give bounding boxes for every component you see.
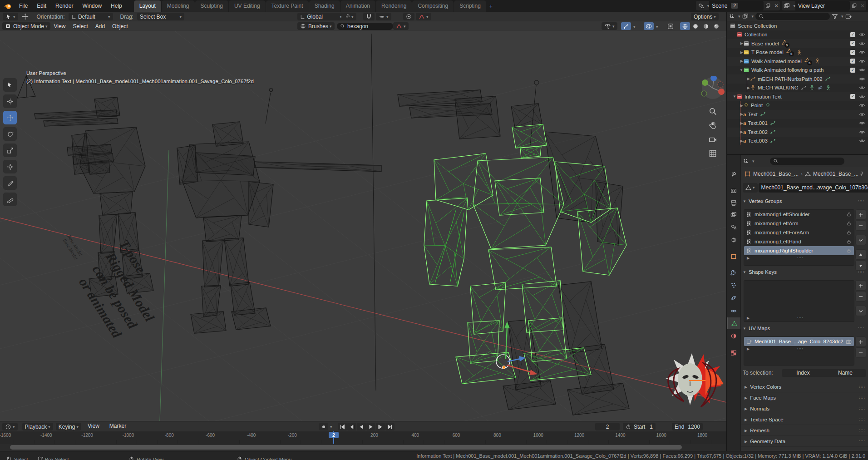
outliner-item-label[interactable]: Walk Animated following a path bbox=[751, 67, 824, 73]
measure-tool-button[interactable] bbox=[3, 193, 17, 206]
lock-open-icon[interactable] bbox=[846, 239, 852, 244]
scene-selector[interactable]: ▾ Scene 2 ✕ bbox=[696, 1, 780, 10]
properties-tab-particles[interactable] bbox=[727, 279, 740, 291]
collection-checkbox[interactable]: ✓ bbox=[850, 68, 855, 73]
uv-map-row[interactable]: Mech001_Base_...age_Colo_8243dc2 bbox=[744, 337, 854, 346]
breadcrumb-data[interactable]: Mech001_Base_... bbox=[813, 171, 858, 177]
hide-eye-icon[interactable] bbox=[859, 102, 865, 109]
vg-move-up-button[interactable] bbox=[855, 249, 866, 260]
rotate-tool-button[interactable] bbox=[3, 127, 17, 141]
sk-add-button[interactable] bbox=[855, 280, 866, 291]
lock-open-icon[interactable] bbox=[846, 230, 852, 235]
menu-edit[interactable]: Edit bbox=[32, 0, 51, 12]
workspace-tab-animation[interactable]: Animation bbox=[340, 0, 375, 12]
lock-open-icon[interactable] bbox=[846, 212, 852, 217]
section-texture-space[interactable]: ▶Texture Space∷∷ bbox=[741, 415, 868, 425]
vertex-group-label[interactable]: mixamorig:LeftShoulder bbox=[755, 212, 844, 217]
to-selection-index-button[interactable]: Index bbox=[782, 369, 824, 377]
current-frame-field[interactable]: 2 bbox=[595, 423, 620, 430]
uv-map-label[interactable]: Mech001_Base_...age_Colo_8243dc2 bbox=[755, 339, 843, 344]
collection-checkbox[interactable]: ✓ bbox=[850, 94, 855, 99]
outliner-search-input[interactable] bbox=[755, 13, 830, 20]
overlays-dropdown[interactable]: ▾ bbox=[656, 25, 658, 29]
properties-tab-data[interactable] bbox=[727, 317, 740, 329]
properties-tab-viewlayer[interactable] bbox=[727, 209, 740, 221]
outliner-item-label[interactable]: T Pose model bbox=[751, 49, 784, 55]
hide-eye-icon[interactable] bbox=[859, 84, 865, 91]
menu-file[interactable]: File bbox=[15, 0, 32, 12]
outliner-row-text[interactable]: ▶aText bbox=[727, 110, 868, 119]
view-layer-name[interactable]: View Layer bbox=[798, 3, 825, 9]
datablock-name-field[interactable]: Mech001_Base_mod...avage_Colo_107b30d bbox=[759, 183, 868, 193]
vertex-group-row[interactable]: mixamorig:LeftShoulder bbox=[744, 210, 854, 219]
outliner-row-walk-animated-following-a-path[interactable]: ▼Walk Animated following a path✓ bbox=[727, 66, 868, 75]
outliner-item-label[interactable]: Collection bbox=[745, 32, 768, 37]
sk-remove-button[interactable] bbox=[855, 291, 866, 302]
gizmo-dropdown[interactable]: ▾ bbox=[633, 25, 636, 29]
list-filter-toggle[interactable]: ▶ bbox=[747, 316, 750, 321]
outliner-item-label[interactable]: Text.002 bbox=[748, 129, 768, 135]
outliner-display-mode-icon[interactable] bbox=[729, 13, 735, 20]
properties-tab-scene[interactable] bbox=[727, 221, 740, 233]
timeline-ruler[interactable]: 2 -1600-1400-1200-1000-800-600-400-20020… bbox=[0, 431, 726, 444]
menu-window[interactable]: Window bbox=[78, 0, 106, 12]
outliner-item-label[interactable]: Information Text bbox=[745, 94, 782, 99]
shading-wireframe-button[interactable] bbox=[680, 22, 690, 30]
vertex-group-label[interactable]: mixamorig:RightShoulder bbox=[755, 248, 844, 253]
pivot-dropdown[interactable]: ▾ bbox=[341, 13, 356, 20]
list-filter-toggle[interactable]: ▶ bbox=[747, 347, 750, 351]
move-gizmo-icon[interactable] bbox=[22, 13, 29, 20]
viewport-zoom-icon[interactable] bbox=[709, 107, 717, 115]
outliner-item-label[interactable]: MECH WALKING bbox=[758, 85, 799, 90]
view-layer-icon[interactable] bbox=[782, 3, 792, 9]
properties-tab-texture[interactable] bbox=[727, 347, 740, 359]
shape-keys-header[interactable]: ▼Shape Keys∷∷ bbox=[743, 269, 866, 278]
timeline-scroll-handle[interactable] bbox=[10, 445, 682, 450]
vertex-group-row[interactable]: mixamorig:RightShoulder bbox=[744, 246, 854, 255]
jump-to-start-button[interactable] bbox=[338, 423, 347, 430]
outliner-item-label[interactable]: Text.001 bbox=[748, 120, 768, 126]
outliner-row-text-002[interactable]: ▶aText.002 bbox=[727, 128, 868, 137]
outliner[interactable]: Scene CollectionCollection✓▶Base model6✓… bbox=[727, 21, 868, 155]
viewport-menu-view[interactable]: View bbox=[50, 23, 69, 30]
vertex-groups-list[interactable]: mixamorig:LeftShouldermixamorig:LeftArmm… bbox=[744, 209, 854, 266]
outliner-row-point[interactable]: ▶Point bbox=[727, 101, 868, 110]
workspace-tab-modeling[interactable]: Modeling bbox=[162, 0, 195, 12]
vg-add-button[interactable] bbox=[855, 209, 866, 220]
workspace-tab-layout[interactable]: Layout bbox=[134, 0, 161, 12]
workspace-tab-texture-paint[interactable]: Texture Paint bbox=[266, 0, 309, 12]
properties-tab-tool[interactable] bbox=[727, 168, 740, 180]
timeline-menu-keying[interactable]: Keying▾ bbox=[56, 423, 81, 430]
outliner-item-label[interactable]: Text.003 bbox=[748, 138, 768, 143]
snap-toggle[interactable] bbox=[363, 13, 375, 20]
section-face-maps[interactable]: ▶Face Maps∷∷ bbox=[741, 393, 868, 403]
sk-specials-button[interactable] bbox=[855, 306, 866, 316]
properties-tab-material[interactable] bbox=[727, 330, 740, 342]
workspace-tab-rendering[interactable]: Rendering bbox=[376, 0, 412, 12]
frame-range-end[interactable]: End1200 bbox=[672, 423, 703, 430]
outliner-row-text-003[interactable]: ▶aText.003 bbox=[727, 137, 868, 146]
brush-falloff-dropdown[interactable]: ▾ bbox=[393, 22, 409, 30]
outliner-row-mech-pathnurbspath-002[interactable]: ▶mECH PATHNurbsPath.002 bbox=[727, 74, 868, 84]
viewport-menu-object[interactable]: Object bbox=[108, 23, 132, 30]
scene-delete-icon[interactable]: ✕ bbox=[773, 3, 780, 9]
workspace-tab-shading[interactable]: Shading bbox=[309, 0, 340, 12]
vertex-group-row[interactable]: mixamorig:LeftHand bbox=[744, 237, 854, 246]
vertex-group-row[interactable]: mixamorig:LeftForeArm bbox=[744, 228, 854, 237]
vg-remove-button[interactable] bbox=[855, 220, 866, 231]
annotate-tool-button[interactable] bbox=[3, 176, 17, 190]
lock-open-icon[interactable] bbox=[846, 221, 852, 226]
hide-eye-icon[interactable] bbox=[859, 40, 865, 47]
view-layer-delete-icon[interactable]: ✕ bbox=[859, 3, 866, 9]
pin-icon[interactable] bbox=[859, 171, 864, 177]
new-collection-icon[interactable] bbox=[845, 13, 852, 20]
panel-divider[interactable] bbox=[726, 12, 727, 451]
hide-eye-icon[interactable] bbox=[859, 49, 865, 55]
scene-icon[interactable] bbox=[696, 3, 706, 9]
section-remesh[interactable]: ▶Remesh∷∷ bbox=[741, 425, 868, 436]
collection-checkbox[interactable]: ✓ bbox=[850, 59, 855, 64]
properties-tab-object[interactable] bbox=[727, 251, 740, 262]
gizmo-toggle[interactable] bbox=[621, 22, 631, 30]
keying-dropdown[interactable]: ▾ bbox=[330, 425, 332, 429]
to-selection-name-button[interactable]: Name bbox=[824, 369, 866, 377]
